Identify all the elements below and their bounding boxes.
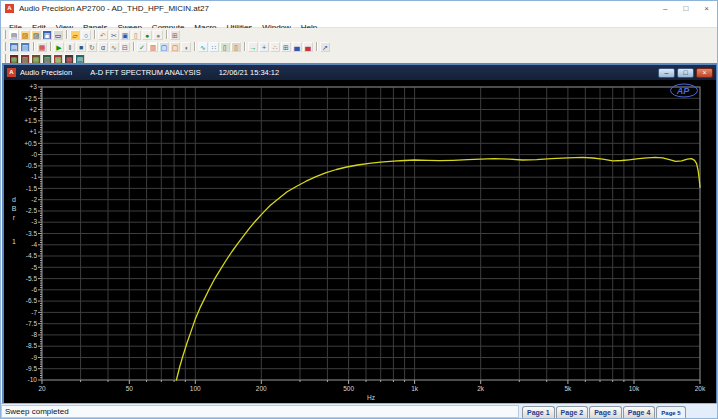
graph-minimize-icon[interactable]: –	[658, 68, 675, 78]
toolbar-separator	[133, 42, 135, 51]
graph-window-title-bar[interactable]: A Audio Precision A-D FFT SPECTRUM ANALY…	[4, 65, 716, 80]
svg-text:+3: +3	[30, 83, 38, 90]
toolbar-grip[interactable]	[3, 30, 6, 39]
sweep-pause-icon[interactable]: ‖	[65, 42, 75, 52]
save-test-icon[interactable]: ▣	[42, 30, 52, 40]
y-axis-title: dBr1	[12, 196, 17, 245]
svg-text:+2.5: +2.5	[24, 95, 37, 102]
menu-bar: FileEditViewPanelsSweepComputeMacroUtili…	[1, 16, 717, 28]
goto-icon[interactable]: →	[248, 42, 258, 52]
svg-text:-1.5: -1.5	[26, 185, 38, 192]
svg-text:-9.5: -9.5	[26, 365, 38, 372]
svg-text:-3.5: -3.5	[26, 230, 38, 237]
limit-upper-icon[interactable]: ▯	[220, 42, 230, 52]
svg-text:+1: +1	[30, 128, 38, 135]
sweep-table-icon[interactable]: ⊟	[120, 42, 130, 52]
sweep-start-icon[interactable]: ▶	[54, 42, 64, 52]
tab-page-1[interactable]: Page 1	[522, 406, 555, 418]
app-window: A Audio Precision AP2700 - AD_THD_HPF_MI…	[0, 0, 718, 419]
svg-text:-2: -2	[31, 196, 37, 203]
svg-text:20: 20	[38, 385, 46, 392]
toolbar-separator	[66, 30, 68, 39]
settling-icon[interactable]: ∿	[109, 42, 119, 52]
svg-text:50: 50	[126, 385, 134, 392]
tab-page-3[interactable]: Page 3	[589, 406, 622, 418]
insert-icon[interactable]: +	[259, 42, 269, 52]
svg-text:r: r	[13, 214, 16, 221]
svg-text:-6: -6	[31, 286, 37, 293]
limit-lower-icon[interactable]: ▯	[231, 42, 241, 52]
graph-window-doc-title: A-D FFT SPECTRUM ANALYSIS	[90, 68, 201, 77]
svg-text:-8: -8	[31, 331, 37, 338]
monitor-b-icon[interactable]: ▢	[170, 42, 180, 52]
bargraph-panel-icon[interactable]: ▤	[75, 54, 85, 64]
y-axis-labels: +3+2.5+2+1.5+1+0.5-0-0.5-1-1.5-2-2.5-3-3…	[24, 83, 37, 383]
analog-generator-panel-icon[interactable]: ▦	[9, 54, 19, 64]
go-icon[interactable]: ●	[142, 30, 152, 40]
print-icon[interactable]: ▭	[53, 30, 63, 40]
sweep-panel-icon[interactable]: ▦	[64, 54, 74, 64]
svg-text:500: 500	[343, 385, 354, 392]
cut-icon[interactable]: ✂	[109, 30, 119, 40]
svg-text:-6.5: -6.5	[26, 297, 38, 304]
svg-text:1: 1	[12, 238, 16, 245]
digital-generator-panel-icon[interactable]: ▦	[31, 54, 41, 64]
open-folder-icon[interactable]: ▱	[70, 30, 80, 40]
halt-icon[interactable]: ●	[153, 30, 163, 40]
panels-page-icon[interactable]: ▤	[9, 42, 19, 52]
color-settings-icon[interactable]: ▦	[37, 42, 47, 52]
sweep-stop-icon[interactable]: ■	[76, 42, 86, 52]
new-test-icon[interactable]: ▤	[9, 30, 19, 40]
graph-window-timestamp: 12/06/21 15:34:12	[219, 68, 279, 77]
toolbar-area: ▤▨▨▣▭▱○↶✂▣▯●●⊞ ▤▥▦▶‖■↻α∿⊟✓▥▢▢◖∿∷▯▯→+∴⊞▅▅…	[1, 28, 717, 62]
status-message: Sweep completed	[1, 405, 519, 418]
sweep-repeat-icon[interactable]: ↻	[87, 42, 97, 52]
svg-text:-9: -9	[31, 354, 37, 361]
svg-text:-10: -10	[28, 376, 38, 383]
window-title: Audio Precision AP2700 - AD_THD_HPF_MICI…	[19, 4, 663, 13]
minimize-icon[interactable]: –	[663, 4, 667, 14]
find-icon[interactable]: ○	[81, 30, 91, 40]
scatter-icon[interactable]: ∷	[209, 42, 219, 52]
toolbar-grip[interactable]	[3, 54, 6, 63]
append-test-icon[interactable]: ▨	[31, 30, 41, 40]
bar-graph-red-icon[interactable]: ▅	[303, 42, 313, 52]
svg-text:d: d	[12, 196, 16, 203]
copy-icon[interactable]: ▣	[120, 30, 130, 40]
close-icon[interactable]: ×	[704, 4, 709, 14]
graph-maximize-icon[interactable]: □	[677, 68, 694, 78]
bar-graph-blue-icon[interactable]: ▅	[292, 42, 302, 52]
toolbar-grip[interactable]	[3, 42, 6, 51]
undo-icon[interactable]: ↶	[98, 30, 108, 40]
open-test-icon[interactable]: ▨	[20, 30, 30, 40]
grid-horizontal	[42, 87, 700, 380]
speaker-icon[interactable]: ◖	[181, 42, 191, 52]
tab-page-2[interactable]: Page 2	[556, 406, 589, 418]
svg-text:-2.5: -2.5	[26, 207, 38, 214]
graph-ok-icon[interactable]: ✓	[137, 42, 147, 52]
maximize-icon[interactable]: □	[683, 4, 688, 14]
svg-text:-8.5: -8.5	[26, 342, 38, 349]
tab-page-4[interactable]: Page 4	[623, 406, 656, 418]
nodes-icon[interactable]: ∴	[270, 42, 280, 52]
panels-page2-icon[interactable]: ▥	[20, 42, 30, 52]
y-axis-ticks	[38, 87, 42, 380]
export-icon[interactable]: ↗	[320, 42, 330, 52]
graph-close-icon[interactable]: ×	[696, 68, 713, 78]
svg-text:-7.5: -7.5	[26, 320, 38, 327]
digital-analyzer-panel-icon[interactable]: ▥	[42, 54, 52, 64]
monitor-a-icon[interactable]: ▢	[159, 42, 169, 52]
graph-window-icon: A	[7, 68, 16, 77]
paste-icon[interactable]: ▯	[131, 30, 141, 40]
graph-trace-icon[interactable]: ∿	[198, 42, 208, 52]
analog-analyzer-panel-icon[interactable]: ▥	[20, 54, 30, 64]
panel-layout-icon[interactable]: ⊞	[170, 30, 180, 40]
regulation-icon[interactable]: α	[98, 42, 108, 52]
data-editor-icon[interactable]: ⊞	[281, 42, 291, 52]
title-bar: A Audio Precision AP2700 - AD_THD_HPF_MI…	[1, 1, 717, 16]
tab-page-5[interactable]: Page 5	[656, 406, 685, 418]
toolbar-separator	[94, 30, 96, 39]
svg-text:-5: -5	[31, 264, 37, 271]
graph-data-icon[interactable]: ▥	[148, 42, 158, 52]
dio-panel-icon[interactable]: ▩	[53, 54, 63, 64]
